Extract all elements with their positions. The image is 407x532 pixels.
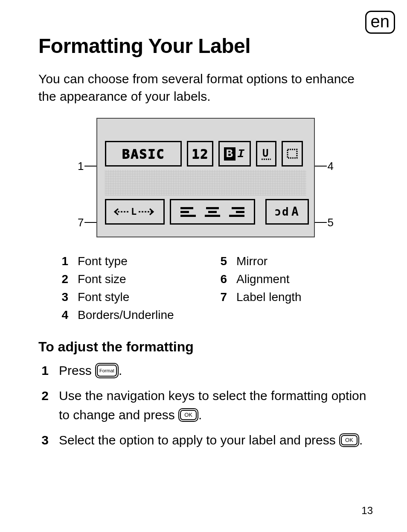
- step-3: 3 Select the option to apply to your lab…: [38, 430, 373, 450]
- ok-key-icon: OK: [178, 408, 198, 422]
- svg-rect-9: [206, 207, 219, 209]
- procedure-heading: To adjust the formatting: [38, 339, 373, 355]
- svg-rect-6: [180, 207, 193, 209]
- lcd-font-type: BASIC: [105, 141, 182, 167]
- legend-item-3: 3 Font style: [60, 290, 193, 304]
- legend-item-6: 6 Alignment: [218, 272, 352, 286]
- lcd-underline: U: [256, 141, 276, 167]
- lcd-screen: BASIC 12 B I U L: [96, 118, 315, 237]
- legend-item-5: 5 Mirror: [218, 254, 352, 268]
- legend-item-1: 1 Font type: [60, 254, 193, 268]
- lcd-font-size: 12: [187, 141, 213, 167]
- legend-item-7: 7 Label length: [218, 290, 352, 304]
- svg-text:c: c: [273, 205, 281, 218]
- legend-item-2: 2 Font size: [60, 272, 193, 286]
- format-key-icon: Format: [95, 363, 119, 378]
- step-2: 2 Use the navigation keys to select the …: [38, 386, 373, 424]
- procedure-steps: 1 Press Format. 2 Use the navigation key…: [38, 361, 373, 450]
- svg-rect-11: [205, 215, 220, 217]
- language-badge: en: [365, 11, 395, 34]
- svg-rect-12: [232, 207, 244, 209]
- callout-1: 1: [78, 160, 84, 173]
- lcd-mirror: c d A: [265, 199, 309, 225]
- callout-7: 7: [78, 216, 84, 229]
- svg-rect-13: [236, 211, 244, 213]
- callout-4: 4: [328, 160, 334, 173]
- lcd-diagram: 2 3 1 7 4 5 6 BASIC 12 B I U: [78, 118, 334, 237]
- svg-rect-7: [180, 211, 189, 213]
- svg-text:L: L: [131, 206, 137, 217]
- ok-key-icon: OK: [339, 433, 359, 447]
- lcd-label-length: L: [105, 199, 165, 225]
- page-title: Formatting Your Label: [38, 34, 373, 58]
- page-number: 13: [361, 505, 373, 517]
- svg-rect-2: [288, 149, 297, 158]
- callout-5: 5: [328, 216, 334, 229]
- lcd-alignment: [170, 199, 255, 225]
- lcd-border: [282, 141, 303, 167]
- svg-rect-14: [229, 215, 244, 217]
- legend-item-4: 4 Borders/Underline: [60, 308, 193, 322]
- diagram-legend: 1 Font type 2 Font size 3 Font style 4 B…: [60, 254, 352, 326]
- svg-text:d: d: [282, 205, 290, 218]
- svg-text:A: A: [291, 205, 299, 219]
- svg-rect-10: [208, 211, 217, 213]
- intro-paragraph: You can choose from several format optio…: [38, 70, 373, 105]
- lcd-font-style: B I: [218, 141, 251, 167]
- svg-rect-8: [180, 215, 196, 217]
- step-1: 1 Press Format.: [38, 361, 373, 380]
- svg-text:U: U: [262, 147, 269, 159]
